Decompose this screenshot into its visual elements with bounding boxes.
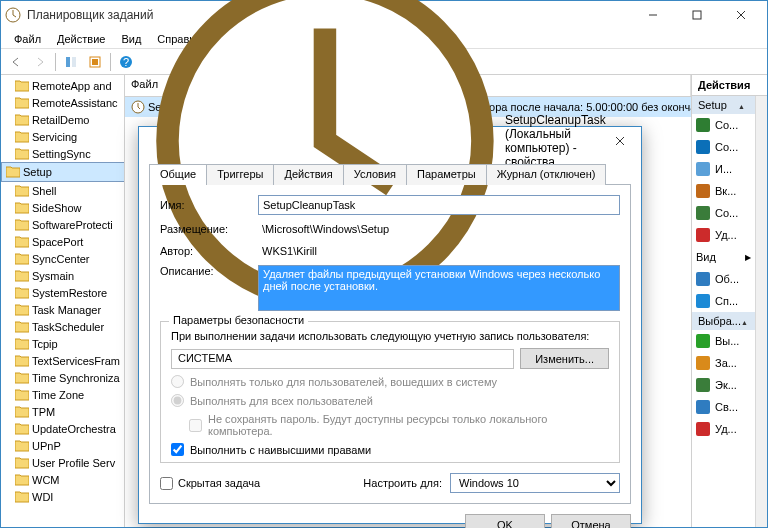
tree-item[interactable]: SpacePort: [1, 233, 124, 250]
tree-item[interactable]: RemoteAssistanc: [1, 94, 124, 111]
hidden-label: Скрытая задача: [178, 477, 260, 489]
action-group[interactable]: Выбра...: [692, 312, 755, 330]
svg-rect-14: [696, 228, 710, 242]
desc-label: Описание:: [160, 265, 250, 277]
properties-dialog: SetupCleanupTask (Локальный компьютер) -…: [138, 126, 642, 524]
desc-field[interactable]: Удаляет файлы предыдущей установки Windo…: [258, 265, 620, 311]
tree-item[interactable]: Servicing: [1, 128, 124, 145]
tree-item[interactable]: Time Zone: [1, 386, 124, 403]
tree-item[interactable]: Task Manager: [1, 301, 124, 318]
tree-item[interactable]: UPnP: [1, 437, 124, 454]
action-icon: [696, 184, 710, 198]
tree-item[interactable]: SideShow: [1, 199, 124, 216]
tree-item[interactable]: RemoteApp and: [1, 77, 124, 94]
tool-button-1[interactable]: [60, 51, 82, 73]
action-item[interactable]: Со...: [692, 114, 755, 136]
folder-icon: [15, 148, 29, 160]
tree-item[interactable]: Tcpip: [1, 335, 124, 352]
action-icon: [696, 228, 710, 242]
name-field[interactable]: [258, 195, 620, 215]
tree-item[interactable]: TPM: [1, 403, 124, 420]
tree-item[interactable]: UpdateOrchestra: [1, 420, 124, 437]
tab-history[interactable]: Журнал (отключен): [486, 164, 607, 185]
action-icon: [696, 400, 710, 414]
help-button[interactable]: ?: [115, 51, 137, 73]
svg-rect-9: [696, 118, 710, 132]
action-delete[interactable]: Уд...: [692, 224, 755, 246]
tree-item[interactable]: SoftwareProtecti: [1, 216, 124, 233]
folder-icon: [15, 304, 29, 316]
configure-label: Настроить для:: [363, 477, 442, 489]
tab-actions[interactable]: Действия: [273, 164, 343, 185]
ok-button[interactable]: OK: [465, 514, 545, 528]
action-item[interactable]: Со...: [692, 136, 755, 158]
folder-icon: [15, 236, 29, 248]
cancel-button[interactable]: Отмена: [551, 514, 631, 528]
action-item[interactable]: Эк...: [692, 374, 755, 396]
check-no-password[interactable]: Не сохранять пароль. Будут доступны ресу…: [189, 413, 609, 437]
tab-triggers[interactable]: Триггеры: [206, 164, 274, 185]
tree-item[interactable]: User Profile Serv: [1, 454, 124, 471]
action-item[interactable]: Со...: [692, 202, 755, 224]
svg-rect-21: [696, 422, 710, 436]
check-highest-priv[interactable]: Выполнить с наивысшими правами: [171, 443, 609, 456]
svg-rect-16: [696, 294, 710, 308]
forward-button[interactable]: [29, 51, 51, 73]
tree-item[interactable]: SystemRestore: [1, 284, 124, 301]
folder-tree[interactable]: RemoteApp andRemoteAssistancRetailDemoSe…: [1, 75, 125, 527]
action-view[interactable]: Вид▶: [692, 246, 755, 268]
tree-item[interactable]: SettingSync: [1, 145, 124, 162]
action-item[interactable]: За...: [692, 352, 755, 374]
action-item[interactable]: Вы...: [692, 330, 755, 352]
tree-item[interactable]: Setup: [1, 162, 125, 182]
tree-item[interactable]: Shell: [1, 182, 124, 199]
action-delete[interactable]: Уд...: [692, 418, 755, 440]
tree-item[interactable]: Time Synchroniza: [1, 369, 124, 386]
action-icon: [696, 294, 710, 308]
tree-item[interactable]: RetailDemo: [1, 111, 124, 128]
svg-rect-12: [696, 184, 710, 198]
change-user-button[interactable]: Изменить...: [520, 348, 609, 369]
maximize-button[interactable]: [675, 3, 719, 27]
svg-rect-10: [696, 140, 710, 154]
tab-general[interactable]: Общие: [149, 164, 207, 185]
author-value: WKS1\Kirill: [258, 243, 620, 259]
menu-view[interactable]: Вид: [114, 31, 148, 46]
action-item[interactable]: И...: [692, 158, 755, 180]
minimize-button[interactable]: [631, 3, 675, 27]
menu-action[interactable]: Действие: [50, 31, 112, 46]
configure-select[interactable]: Windows 10: [450, 473, 620, 493]
actions-scrollbar[interactable]: [755, 96, 767, 527]
radio-all-users[interactable]: Выполнять для всех пользователей: [171, 394, 609, 407]
action-item[interactable]: Сп...: [692, 290, 755, 312]
tool-button-2[interactable]: [84, 51, 106, 73]
check-hidden[interactable]: [160, 477, 173, 490]
folder-icon: [15, 406, 29, 418]
folder-icon: [15, 321, 29, 333]
tree-item[interactable]: Sysmain: [1, 267, 124, 284]
folder-icon: [15, 114, 29, 126]
close-button[interactable]: [719, 3, 763, 27]
folder-icon: [15, 287, 29, 299]
action-item[interactable]: Об...: [692, 268, 755, 290]
folder-icon: [15, 423, 29, 435]
action-item[interactable]: Св...: [692, 396, 755, 418]
folder-icon: [15, 440, 29, 452]
tab-settings[interactable]: Параметры: [406, 164, 487, 185]
tree-item[interactable]: TaskScheduler: [1, 318, 124, 335]
back-button[interactable]: [5, 51, 27, 73]
tab-conditions[interactable]: Условия: [343, 164, 407, 185]
tree-item[interactable]: SyncCenter: [1, 250, 124, 267]
tree-item[interactable]: WCM: [1, 471, 124, 488]
tree-item[interactable]: WDI: [1, 488, 124, 505]
action-item[interactable]: Вк...: [692, 180, 755, 202]
tree-item[interactable]: TextServicesFram: [1, 352, 124, 369]
dialog-close-button[interactable]: [606, 130, 635, 152]
menu-file[interactable]: Файл: [7, 31, 48, 46]
folder-icon: [15, 80, 29, 92]
action-icon: [696, 118, 710, 132]
action-icon: [696, 162, 710, 176]
action-group[interactable]: Setup: [692, 96, 755, 114]
radio-logged-on[interactable]: Выполнять только для пользователей, воше…: [171, 375, 609, 388]
name-label: Имя:: [160, 199, 250, 211]
